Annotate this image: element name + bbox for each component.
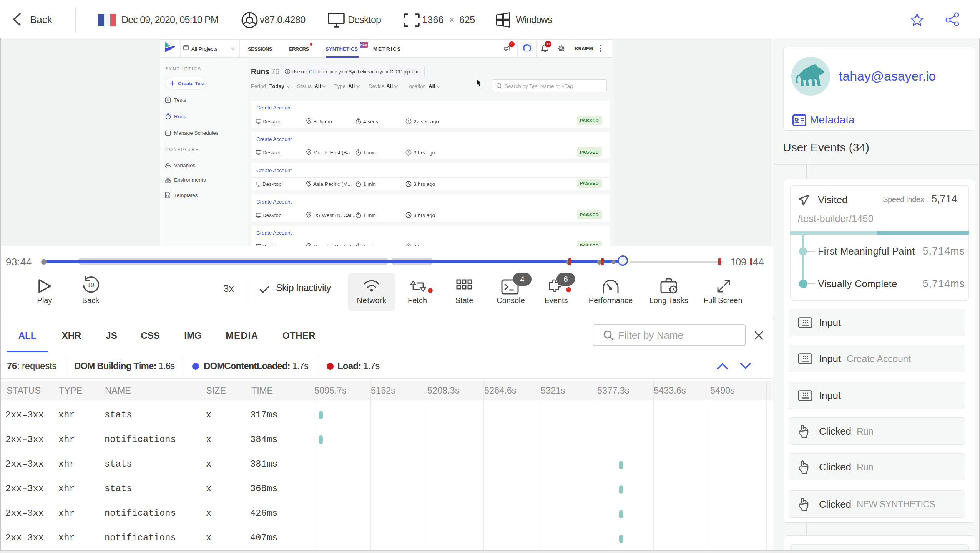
svg-text:10: 10 (87, 282, 94, 288)
